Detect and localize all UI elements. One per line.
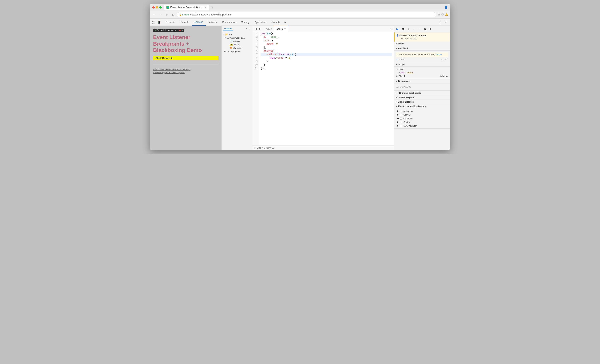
editor-nav: ◀ ▶ xyxy=(253,27,263,31)
tree-item-unpkg[interactable]: ▶ ☁ unpkg.com xyxy=(222,50,252,53)
user-icon[interactable]: 👤 xyxy=(444,6,448,9)
maximize-traffic-light[interactable] xyxy=(159,6,162,9)
blackbox-text: 3 stack frames are hidden (black-boxed). xyxy=(397,53,436,56)
tab-performance[interactable]: Performance xyxy=(220,19,238,26)
minimize-traffic-light[interactable] xyxy=(156,6,158,9)
xhr-breakpoints-section: ▶ XHR/fetch Breakpoints xyxy=(394,91,450,95)
pause-title: ℹ Paused on event listener xyxy=(397,34,448,37)
tab-elements[interactable]: Elements xyxy=(163,19,178,26)
tree-item-stylecss[interactable]: 🎨 style.css xyxy=(222,46,252,50)
code-line-4: count: 0 xyxy=(261,42,392,46)
devtools-link[interactable]: What's New In DevTools (Chrome 66) > xyxy=(153,68,218,71)
line-num-6: 6 xyxy=(254,49,258,53)
event-clipboard[interactable]: ▶ Clipboard xyxy=(394,117,450,120)
step-into-button[interactable]: ↓ xyxy=(406,27,411,31)
xhr-breakpoints-header[interactable]: ▶ XHR/fetch Breakpoints xyxy=(394,91,450,95)
blackbox-show-link[interactable]: Show xyxy=(436,53,442,56)
line-num-9: 9 xyxy=(254,60,258,63)
dom-breakpoints-header[interactable]: ▶ DOM Breakpoints xyxy=(394,95,450,100)
tree-item-top[interactable]: ▼ 📁 top xyxy=(222,33,252,36)
breakpoints-arrow: ▼ xyxy=(396,80,397,82)
address-input[interactable]: 🔒 Secure https://framework-blackboxing.g… xyxy=(177,12,436,17)
step-over-button[interactable]: ↺ xyxy=(401,27,406,31)
back-button[interactable]: ← xyxy=(152,12,157,17)
step-button[interactable]: → xyxy=(417,27,422,31)
deactivate-breakpoints-button[interactable]: ⊘ xyxy=(422,27,427,31)
tree-arrow-top: ▼ xyxy=(222,33,224,35)
event-control[interactable]: ▶ Control xyxy=(394,120,450,124)
editor-nav-forward[interactable]: ▶ xyxy=(258,27,262,31)
tab-sources[interactable]: Sources xyxy=(192,19,206,26)
control-checkbox[interactable] xyxy=(400,121,402,123)
debugger-play-icon: ▶ xyxy=(155,29,156,31)
devtools-panel: ⬚ 📱 Elements Console Sources Network Per… xyxy=(150,18,450,150)
home-button[interactable]: ⌂ xyxy=(170,12,175,17)
canvas-checkbox[interactable] xyxy=(400,114,402,116)
scope-this-item[interactable]: ▶ this : Vue$3 xyxy=(394,71,450,74)
tree-item-framework[interactable]: ▼ ☁ framework-bla... xyxy=(222,36,252,40)
cloud-icon-framework: ☁ xyxy=(227,36,229,39)
tree-item-appjs[interactable]: JS app.js xyxy=(222,43,252,46)
scope-header[interactable]: ▼ Scope xyxy=(394,62,450,67)
event-dom-mutation[interactable]: ▶ DOM Mutation xyxy=(394,124,450,127)
tab-network[interactable]: Network xyxy=(206,19,220,26)
call-stack-arrow: ▼ xyxy=(396,47,397,49)
line-num-11: 11 xyxy=(254,67,258,70)
editor-tab-vuejs[interactable]: vue.js xyxy=(263,26,274,32)
files-overflow-button[interactable]: » xyxy=(246,27,247,30)
animation-checkbox[interactable] xyxy=(400,110,402,112)
global-listeners-header[interactable]: ▶ Global Listeners xyxy=(394,100,450,104)
pause-on-exceptions-button[interactable]: ⏸ xyxy=(428,27,433,31)
tab-close-button[interactable]: × xyxy=(205,6,206,9)
code-content[interactable]: 1 2 3 4 5 6 7 8 9 10 11 new Vue({ xyxy=(253,32,394,145)
canvas-label: Canvas xyxy=(403,114,411,116)
js-file-icon: JS xyxy=(230,44,233,46)
tab-memory[interactable]: Memory xyxy=(238,19,252,26)
editor-prettify-button[interactable]: { } xyxy=(389,27,393,31)
event-canvas[interactable]: ▶ Canvas xyxy=(394,113,450,117)
call-stack-header[interactable]: ▼ Call Stack xyxy=(394,46,450,51)
scope-section: ▼ Scope ▼ Local ▶ this : xyxy=(394,62,450,79)
watch-section-header[interactable]: ▶ Watch xyxy=(394,42,450,46)
event-animation[interactable]: ▶ Animation xyxy=(394,109,450,113)
editor-nav-back[interactable]: ◀ xyxy=(253,27,258,31)
scope-arrow: ▼ xyxy=(396,63,397,65)
event-listener-header[interactable]: ▼ Event Listener Breakpoints xyxy=(394,104,450,108)
tab-overflow-button[interactable]: » xyxy=(283,20,287,25)
new-tab-button[interactable]: + xyxy=(210,5,215,10)
files-menu-button[interactable]: ⋮ xyxy=(248,27,251,30)
format-button[interactable]: {} xyxy=(254,147,255,149)
scope-global-header[interactable]: ▶ Global Window xyxy=(394,74,450,78)
bookmark-icon[interactable]: ☆ xyxy=(438,13,440,16)
tab-console[interactable]: Console xyxy=(178,19,192,26)
xhr-arrow: ▶ xyxy=(396,92,397,94)
dom-mutation-checkbox[interactable] xyxy=(400,125,402,127)
tab-title: Event Listener Breakpoints + ☆ xyxy=(170,6,203,9)
device-toolbar-button[interactable]: 📱 xyxy=(157,20,162,25)
tree-arrow-framework: ▼ xyxy=(224,37,226,39)
line-num-5: 5 xyxy=(254,46,258,49)
devtools-settings-button[interactable]: ⋮ xyxy=(437,20,442,25)
close-traffic-light[interactable] xyxy=(152,6,155,9)
refresh-button[interactable]: ↻ xyxy=(164,12,169,17)
tab-application[interactable]: Application xyxy=(252,19,269,26)
click-count-button[interactable]: Click Count: 4 xyxy=(153,56,218,60)
breakpoints-header[interactable]: ▼ Breakpoints xyxy=(394,79,450,83)
editor-tab-appjs[interactable]: app.js ✕ xyxy=(274,26,288,32)
tab-security[interactable]: Security xyxy=(269,19,283,26)
editor-tab-close[interactable]: ✕ xyxy=(284,28,286,30)
event-listener-label: Event Listener Breakpoints xyxy=(398,105,426,107)
devtools-close-button[interactable]: ✕ xyxy=(443,20,448,25)
step-out-button[interactable]: ↑ xyxy=(412,27,417,31)
clipboard-checkbox[interactable] xyxy=(400,117,402,120)
inspect-element-button[interactable]: ⬚ xyxy=(151,20,156,25)
files-tab-network[interactable]: Network xyxy=(223,27,233,31)
forward-button[interactable]: → xyxy=(158,12,163,17)
blackboxing-link[interactable]: Blackboxing in the Network panel xyxy=(153,71,218,74)
scope-local-header[interactable]: ▼ Local xyxy=(394,67,450,71)
browser-tab-active[interactable]: 🌐 Event Listener Breakpoints + ☆ × xyxy=(164,5,209,10)
code-line-8: this.count += 1; xyxy=(261,56,392,60)
tree-item-index[interactable]: 📄 (index) xyxy=(222,40,252,43)
resume-button[interactable]: ▶| xyxy=(395,27,400,31)
call-stack-item-onclick[interactable]: ● onClick app.js:7 xyxy=(394,58,450,61)
